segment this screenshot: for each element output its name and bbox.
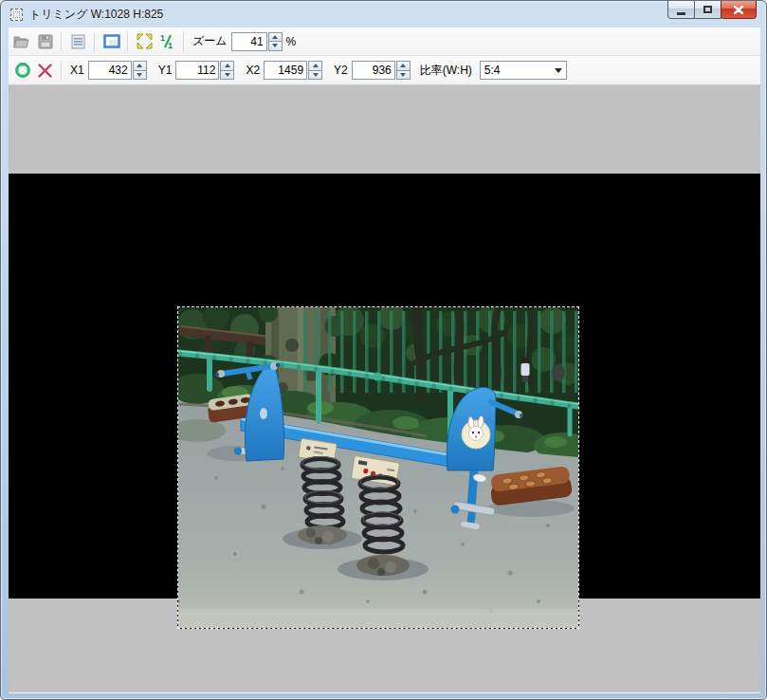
spinner-up-icon[interactable] (268, 32, 283, 42)
apply-ring-icon (14, 62, 31, 79)
apply-crop-button[interactable] (11, 60, 33, 81)
toolbar-separator (61, 32, 62, 51)
y2-label: Y2 (334, 64, 348, 77)
crop-selection[interactable] (177, 306, 579, 629)
spinner-down-icon[interactable] (308, 70, 322, 81)
selection-rect-icon (103, 34, 120, 48)
fit-to-window-button[interactable] (134, 31, 155, 52)
x2-input[interactable] (264, 61, 307, 80)
x2-label: X2 (246, 64, 260, 77)
y2-spinner[interactable] (396, 61, 411, 80)
app-window: トリミング W:1028 H:825 (0, 0, 767, 700)
x1-label: X1 (70, 64, 84, 77)
spinner-up-icon[interactable] (308, 61, 322, 70)
maximize-icon (703, 6, 712, 13)
zoom-spinner[interactable] (268, 32, 283, 51)
svg-text:1: 1 (160, 33, 165, 43)
close-button[interactable] (721, 1, 757, 19)
toolbar-separator (183, 32, 184, 51)
zoom-unit-label: % (286, 35, 297, 48)
spinner-down-icon[interactable] (396, 70, 411, 81)
minimize-icon (677, 12, 685, 15)
spinner-up-icon[interactable] (396, 61, 411, 70)
ratio-label: 比率(W:H) (420, 63, 472, 79)
toolbar-separator (94, 32, 95, 51)
cancel-x-icon (37, 63, 53, 79)
spinner-down-icon[interactable] (220, 70, 234, 81)
y1-input[interactable] (175, 61, 219, 80)
y1-spinner[interactable] (220, 61, 234, 80)
scale-1-1-icon: 1 1 (159, 33, 175, 49)
zoom-label: ズーム (192, 33, 228, 49)
ratio-value: 5:4 (481, 64, 551, 77)
spinner-up-icon[interactable] (220, 61, 234, 70)
zoom-input[interactable] (231, 32, 267, 51)
window-controls (668, 1, 757, 19)
minimize-button[interactable] (667, 1, 695, 19)
open-file-button[interactable] (11, 31, 33, 52)
chevron-down-icon (551, 68, 566, 73)
ratio-select[interactable]: 5:4 (480, 61, 567, 80)
spinner-down-icon[interactable] (133, 70, 147, 81)
crop-toolbar: X1 Y1 X2 Y2 比率(W (9, 56, 760, 85)
actual-size-button[interactable]: 1 1 (156, 31, 178, 52)
save-file-button[interactable] (34, 31, 56, 52)
x1-input[interactable] (88, 61, 132, 80)
cancel-crop-button[interactable] (34, 60, 56, 81)
main-toolbar: 1 1 ズーム % (9, 28, 760, 56)
image-info-button[interactable] (67, 31, 89, 52)
image-viewport[interactable] (9, 174, 760, 599)
document-list-icon (71, 34, 85, 49)
title-bar[interactable]: トリミング W:1028 H:825 (1, 1, 766, 28)
maximize-button[interactable] (694, 1, 721, 19)
spinner-down-icon[interactable] (268, 41, 283, 51)
x2-spinner[interactable] (308, 61, 322, 80)
image-canvas[interactable] (9, 85, 760, 692)
crop-app-icon (10, 9, 23, 21)
y2-input[interactable] (352, 61, 395, 80)
toolbar-separator (127, 32, 128, 51)
spinner-up-icon[interactable] (133, 61, 147, 70)
open-folder-icon (13, 34, 31, 49)
fit-arrows-icon (137, 33, 153, 49)
x1-spinner[interactable] (133, 61, 147, 80)
save-floppy-icon (38, 34, 53, 49)
photo-preview-seesaw (178, 307, 578, 628)
svg-text:1: 1 (168, 41, 173, 49)
y1-label: Y1 (158, 64, 173, 77)
client-area: 1 1 ズーム % (9, 28, 760, 693)
toolbar-separator (61, 61, 62, 80)
close-icon (734, 6, 743, 14)
window-title: トリミング W:1028 H:825 (29, 7, 163, 23)
selection-frame-button[interactable] (100, 31, 122, 52)
